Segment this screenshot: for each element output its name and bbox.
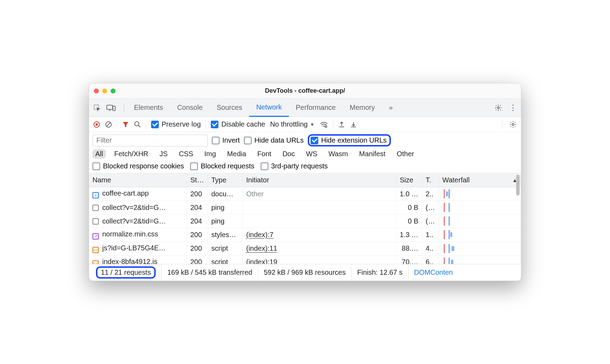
dcl-line [444, 189, 445, 198]
tabs-right: ⋮ [494, 103, 517, 112]
filter-icon[interactable] [122, 121, 129, 128]
svg-point-8 [135, 122, 139, 126]
network-toolbar: Preserve log Disable cache No throttling… [89, 117, 521, 132]
filter-js[interactable]: JS [157, 149, 170, 159]
tabs-overflow[interactable]: » [382, 99, 400, 117]
hide-extension-urls-checkbox[interactable]: Hide extension URLs [311, 136, 387, 144]
col-type[interactable]: Type [208, 173, 243, 187]
col-status[interactable]: St… [187, 173, 208, 187]
table-row[interactable]: ↗normalize.min.css200styles…(index):71.3… [89, 228, 521, 242]
load-line [449, 230, 449, 239]
script-icon: <> [92, 247, 99, 253]
dcl-line [444, 217, 445, 226]
table-row[interactable]: collect?v=2&tid=G…204ping0 B(… [89, 201, 521, 214]
hide-data-label: Hide data URLs [254, 136, 304, 144]
filter-wasm[interactable]: Wasm [326, 149, 351, 159]
initiator-link[interactable]: (index):11 [246, 244, 277, 252]
css-icon: ↗ [92, 233, 99, 240]
cell-initiator [243, 201, 396, 214]
hide-data-urls-checkbox[interactable]: Hide data URLs [244, 136, 304, 144]
tab-memory[interactable]: Memory [343, 99, 382, 117]
record-icon[interactable] [93, 121, 100, 128]
tab-console[interactable]: Console [170, 99, 209, 117]
zoom-icon[interactable] [111, 89, 116, 93]
initiator-text: Other [246, 190, 264, 198]
cell-status: 204 [187, 214, 208, 228]
traffic-lights [94, 89, 116, 93]
cell-name: ≡coffee-cart.app [89, 187, 187, 201]
tab-sources[interactable]: Sources [210, 99, 249, 117]
tab-performance[interactable]: Performance [289, 99, 343, 117]
svg-rect-2 [113, 106, 116, 111]
table-header-row: Name St… Type Initiator Size T. Waterfal… [89, 173, 521, 187]
filter-fetch[interactable]: Fetch/XHR [111, 149, 151, 159]
blocked-requests-label: Blocked requests [201, 162, 254, 170]
preserve-log-checkbox[interactable]: Preserve log [151, 120, 201, 128]
hide-extension-urls-label: Hide extension URLs [321, 136, 387, 144]
throttling-select[interactable]: No throttling ▼ [270, 120, 315, 128]
svg-rect-1 [107, 105, 113, 109]
cell-size: 70.… [396, 255, 422, 264]
filter-font[interactable]: Font [254, 149, 274, 159]
initiator-link[interactable]: (index):7 [246, 231, 274, 238]
panel-settings-icon[interactable] [509, 121, 517, 128]
filter-css[interactable]: CSS [176, 149, 196, 159]
disable-cache-label: Disable cache [221, 120, 265, 128]
cell-time: 2.. [422, 187, 439, 201]
more-menu-icon[interactable]: ⋮ [509, 103, 517, 112]
cell-status: 200 [187, 187, 208, 201]
waterfall-bar [452, 246, 454, 251]
network-conditions-icon[interactable] [320, 121, 328, 128]
filter-manifest[interactable]: Manifest [356, 149, 388, 159]
import-har-icon[interactable] [350, 121, 357, 128]
blocked-cookies-label: Blocked response cookies [103, 162, 184, 170]
filter-media[interactable]: Media [224, 149, 249, 159]
tab-elements[interactable]: Elements [127, 99, 170, 117]
export-har-icon[interactable] [338, 121, 345, 128]
table-row[interactable]: ≡coffee-cart.app200docu…Other1.0 …2.. [89, 187, 521, 201]
filter-input[interactable] [92, 135, 208, 146]
filter-ws[interactable]: WS [303, 149, 320, 159]
cell-waterfall [439, 255, 521, 264]
third-party-checkbox[interactable]: 3rd-party requests [261, 162, 328, 170]
col-waterfall[interactable]: Waterfall▲ [439, 173, 521, 187]
close-icon[interactable] [94, 89, 99, 93]
status-bar: 11 / 21 requests 169 kB / 545 kB transfe… [89, 264, 521, 281]
svg-line-7 [106, 122, 111, 127]
settings-icon[interactable] [494, 104, 502, 112]
col-time[interactable]: T. [422, 173, 439, 187]
clear-icon[interactable] [105, 121, 112, 128]
cell-status: 200 [187, 242, 208, 255]
table-row[interactable]: <>index-8bfa4912.js200script(index):1970… [89, 255, 521, 264]
filter-img[interactable]: Img [202, 149, 219, 159]
table-row[interactable]: collect?v=2&tid=G…204ping0 B(… [89, 214, 521, 228]
search-icon[interactable] [134, 121, 141, 128]
cell-time: 1.. [422, 228, 439, 242]
cell-type: ping [208, 214, 243, 228]
tab-network[interactable]: Network [249, 99, 289, 117]
filter-doc[interactable]: Doc [280, 149, 298, 159]
filter-other[interactable]: Other [394, 149, 417, 159]
checkbox-icon [212, 137, 220, 144]
cell-waterfall [439, 201, 521, 214]
inspect-icon[interactable] [93, 104, 101, 112]
filter-all[interactable]: All [92, 149, 106, 159]
blocked-cookies-checkbox[interactable]: Blocked response cookies [92, 162, 184, 170]
disable-cache-checkbox[interactable]: Disable cache [211, 120, 265, 128]
scrollbar-thumb[interactable] [516, 175, 520, 196]
col-initiator[interactable]: Initiator [243, 173, 396, 187]
status-resources: 592 kB / 969 kB resources [258, 264, 352, 281]
initiator-link[interactable]: (index):19 [246, 258, 277, 264]
table-row[interactable]: <>js?id=G-LB75G4E…200script(index):1188.… [89, 242, 521, 255]
col-size[interactable]: Size [396, 173, 422, 187]
tabs: Elements Console Sources Network Perform… [127, 99, 400, 117]
col-name[interactable]: Name [89, 173, 187, 187]
invert-checkbox[interactable]: Invert [212, 136, 240, 144]
svg-point-11 [512, 123, 514, 126]
waterfall-cell [442, 244, 517, 253]
waterfall-cell [442, 203, 517, 212]
device-toggle-icon[interactable] [106, 104, 116, 112]
status-finish: Finish: 12.67 s [351, 264, 408, 281]
minimize-icon[interactable] [102, 89, 107, 93]
blocked-requests-checkbox[interactable]: Blocked requests [190, 162, 254, 170]
